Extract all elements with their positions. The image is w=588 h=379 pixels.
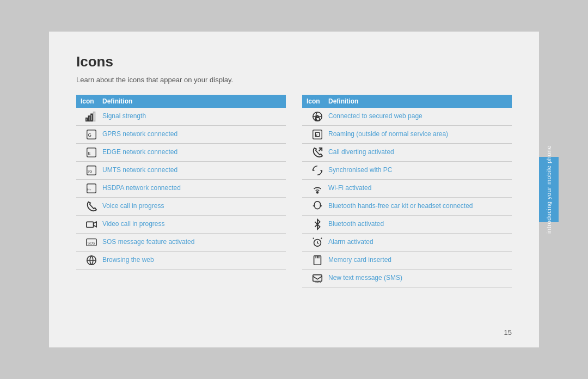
svg-rect-2 xyxy=(91,114,93,121)
secure_web-icon xyxy=(307,111,328,123)
definition-text: HSDPA network connected xyxy=(102,184,281,193)
hsdpa-icon: H+ xyxy=(81,182,102,194)
table-row: Alarm activated xyxy=(302,234,512,252)
page-title: Icons xyxy=(76,53,512,70)
definition-text: Bluetooth hands-free car kit or headset … xyxy=(328,202,507,211)
table-row: Memory card inserted xyxy=(302,252,512,270)
roaming-icon: R xyxy=(307,129,328,140)
side-tab: introducing your mobile phone xyxy=(539,157,559,222)
memory_card-icon xyxy=(307,254,328,266)
sync_pc-icon xyxy=(307,164,328,176)
table-row: Browsing the web xyxy=(76,252,286,270)
voice_call-icon xyxy=(81,200,102,212)
table-row: 3GUMTS network connected xyxy=(76,162,286,180)
definition-text: SOS message feature activated xyxy=(102,238,281,247)
table-row: SOSSOS message feature activated xyxy=(76,234,286,252)
definition-text: GPRS network connected xyxy=(102,130,281,139)
svg-text:E: E xyxy=(88,151,91,156)
gprs-icon: G xyxy=(81,129,102,140)
browse-icon xyxy=(81,254,102,266)
table-row: RRoaming (outside of normal service area… xyxy=(302,126,512,144)
svg-text:SOS: SOS xyxy=(88,241,95,245)
svg-text:R: R xyxy=(315,133,317,137)
definition-text: Synchronised with PC xyxy=(328,166,507,175)
svg-rect-1 xyxy=(89,116,90,121)
table-row: Call diverting activated xyxy=(302,144,512,162)
wifi-icon xyxy=(307,182,328,194)
table-row: EEDGE network connected xyxy=(76,144,286,162)
table-row: Signal strength xyxy=(76,108,286,126)
table-row: Voice call in progress xyxy=(76,198,286,216)
definition-text: Video call in progress xyxy=(102,220,281,229)
table-row: Video call in progress xyxy=(76,216,286,234)
svg-text:H+: H+ xyxy=(87,188,91,191)
right-table-body: Connected to secured web pageRRoaming (o… xyxy=(302,108,512,288)
two-column-layout: Icon Definition Signal strengthGGPRS net… xyxy=(76,95,512,288)
svg-rect-0 xyxy=(86,118,88,121)
definition-text: Wi-Fi activated xyxy=(328,184,507,193)
right-header-def-label: Definition xyxy=(328,97,507,105)
definition-text: Connected to secured web page xyxy=(328,112,507,121)
definition-text: UMTS network connected xyxy=(102,166,281,175)
definition-text: Browsing the web xyxy=(102,256,281,265)
bluetooth-icon xyxy=(307,218,328,230)
svg-rect-12 xyxy=(87,222,94,227)
left-table-body: Signal strengthGGPRS network connectedEE… xyxy=(76,108,286,270)
sos-icon: SOS xyxy=(81,236,102,248)
definition-text: Roaming (outside of normal service area) xyxy=(328,130,507,139)
definition-text: Bluetooth activated xyxy=(328,220,507,229)
definition-text: Alarm activated xyxy=(328,238,507,247)
table-row: H+HSDPA network connected xyxy=(76,180,286,198)
bluetooth_headset-icon xyxy=(307,200,328,212)
signal-icon xyxy=(81,111,102,123)
right-header-icon-label: Icon xyxy=(307,97,328,105)
right-table-header: Icon Definition xyxy=(302,95,512,108)
alarm-icon xyxy=(307,236,328,248)
svg-text:G: G xyxy=(88,133,91,138)
right-column: Icon Definition Connected to secured web… xyxy=(302,95,512,288)
call_divert-icon xyxy=(307,146,328,158)
svg-text:3G: 3G xyxy=(88,169,93,173)
table-row: Connected to secured web page xyxy=(302,108,512,126)
table-row: SMSNew text message (SMS) xyxy=(302,270,512,288)
table-row: GGPRS network connected xyxy=(76,126,286,144)
left-table-header: Icon Definition xyxy=(76,95,286,108)
definition-text: Call diverting activated xyxy=(328,148,507,157)
svg-rect-3 xyxy=(94,112,95,121)
main-page: introducing your mobile phone Icons Lear… xyxy=(49,32,539,347)
page-number: 15 xyxy=(504,328,512,337)
table-row: Bluetooth activated xyxy=(302,216,512,234)
left-column: Icon Definition Signal strengthGGPRS net… xyxy=(76,95,286,288)
definition-text: EDGE network connected xyxy=(102,148,281,157)
definition-text: New text message (SMS) xyxy=(328,274,507,283)
definition-text: Signal strength xyxy=(102,112,281,121)
sms-icon: SMS xyxy=(307,272,328,284)
edge-icon: E xyxy=(81,146,102,158)
video_call-icon xyxy=(81,218,102,230)
table-row: Bluetooth hands-free car kit or headset … xyxy=(302,198,512,216)
definition-text: Memory card inserted xyxy=(328,256,507,265)
table-row: Wi-Fi activated xyxy=(302,180,512,198)
left-header-def-label: Definition xyxy=(102,97,281,105)
side-tab-text: introducing your mobile phone xyxy=(546,145,552,234)
svg-text:SMS: SMS xyxy=(315,280,321,284)
definition-text: Voice call in progress xyxy=(102,202,281,211)
page-subtitle: Learn about the icons that appear on you… xyxy=(76,76,512,84)
svg-point-20 xyxy=(317,192,318,193)
left-header-icon-label: Icon xyxy=(81,97,102,105)
table-row: Synchronised with PC xyxy=(302,162,512,180)
umts-icon: 3G xyxy=(81,164,102,176)
